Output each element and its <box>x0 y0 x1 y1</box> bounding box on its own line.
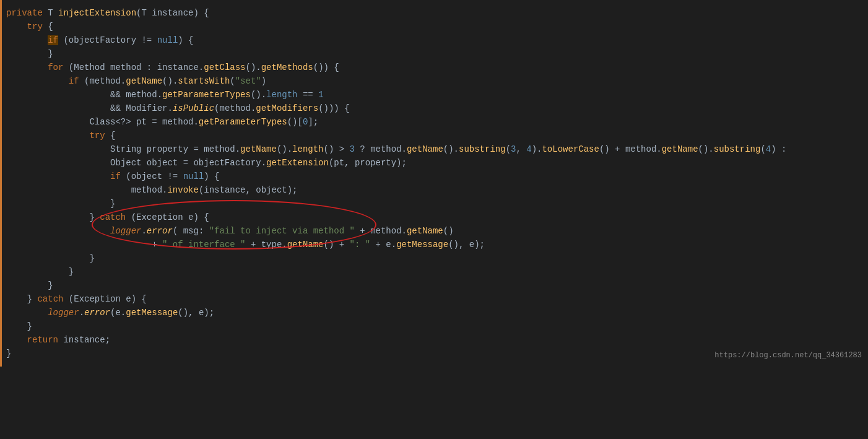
code-line-14: method.invoke(instance, object); <box>0 183 868 197</box>
code-line-5: for (Method method : instance.getClass()… <box>0 61 868 74</box>
code-line-6: if (method.getName().startsWith("set") <box>0 74 868 88</box>
code-line-16: } catch (Exception e) { <box>0 211 868 224</box>
code-editor: private T injectExtension(T instance) { … <box>0 0 868 367</box>
code-line-13: if (object != null) { <box>0 170 868 183</box>
code-line-1: private T injectExtension(T instance) { <box>0 6 868 20</box>
code-line-25: return instance; <box>0 333 868 347</box>
code-line-4: } <box>0 47 868 61</box>
code-line-10: try { <box>0 129 868 142</box>
code-line-20: } <box>0 265 868 279</box>
code-line-19: } <box>0 251 868 265</box>
code-line-7: && method.getParameterTypes().length == … <box>0 88 868 102</box>
code-line-9: Class<?> pt = method.getParameterTypes()… <box>0 115 868 129</box>
left-border <box>0 0 2 367</box>
code-line-22: } catch (Exception e) { <box>0 292 868 306</box>
code-line-23: logger.error(e.getMessage(), e); <box>0 306 868 319</box>
code-line-8: && Modifier.isPublic(method.getModifiers… <box>0 102 868 115</box>
code-line-12: Object object = objectFactory.getExtensi… <box>0 156 868 170</box>
code-line-3: if (objectFactory != null) { <box>0 33 868 47</box>
code-line-24: } <box>0 319 868 333</box>
code-line-11: String property = method.getName().lengt… <box>0 142 868 156</box>
code-line-18: + " of interface " + type.getName() + ":… <box>0 238 868 251</box>
url-bar: https://blog.csdn.net/qq_34361283 <box>714 350 862 362</box>
code-line-2: try { <box>0 20 868 33</box>
code-line-21: } <box>0 279 868 292</box>
code-line-17: logger.error( msg: "fail to inject via m… <box>0 224 868 238</box>
code-line-15: } <box>0 197 868 211</box>
